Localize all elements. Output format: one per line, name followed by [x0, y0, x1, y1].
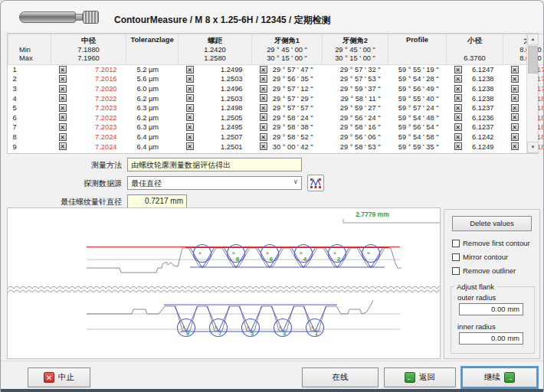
online-button[interactable]: 在线 — [302, 368, 379, 387]
flank-angle-2-value: 29 ° 57 ' 32 " — [323, 65, 388, 75]
checkbox-checked-icon[interactable]: ✕ — [186, 113, 194, 121]
next-button[interactable]: 继续 → — [462, 368, 537, 387]
table-scrollbar[interactable]: ▲ ▼ — [526, 34, 538, 153]
checkbox-checked-icon[interactable]: ✕ — [186, 104, 194, 112]
checkbox-checked-icon[interactable]: ✕ — [186, 66, 194, 74]
checkbox-checked-icon[interactable]: ✕ — [511, 66, 519, 74]
outer-radius-field[interactable]: 0.00 mm — [459, 303, 523, 315]
probe-points-button[interactable] — [307, 175, 324, 191]
measure-point[interactable]: × 5 — [242, 319, 260, 338]
measure-point[interactable]: × 3 — [274, 319, 292, 338]
flank-angle-2-value: 29 ° 56 ' 24 " — [323, 113, 388, 122]
checkbox-checked-icon[interactable]: ✕ — [59, 133, 67, 141]
table-row[interactable]: 2✕7.20165.6 µm✕1.2503✕29 ° 56 ' 35 "29 °… — [8, 74, 544, 84]
checkbox-checked-icon[interactable]: ✕ — [260, 133, 267, 141]
checkbox-checked-icon[interactable]: ✕ — [260, 66, 267, 74]
checkbox-checked-icon[interactable]: ✕ — [260, 123, 267, 131]
checkbox-checked-icon[interactable]: ✕ — [59, 94, 67, 102]
checkbox-label: Remove outliner — [463, 266, 516, 275]
checkbox-checked-icon[interactable]: ✕ — [59, 142, 67, 150]
row-number: 5 — [8, 103, 51, 113]
contour-plot: 2.7779 mm × — [7, 207, 441, 359]
mirror-contour-checkbox[interactable]: Mirror contour — [452, 253, 508, 261]
contour-measure-dialog: ContourMeasure / M 8 x 1.25-6H / 12345 /… — [0, 0, 544, 392]
inner-radius-field[interactable]: 0.00 mm — [459, 332, 523, 345]
checkbox-checked-icon[interactable]: ✕ — [454, 104, 462, 112]
checkbox-checked-icon[interactable]: ✕ — [511, 123, 519, 131]
minor-diameter-value: 6.1247 — [472, 66, 493, 74]
checkbox-checked-icon[interactable]: ✕ — [260, 75, 267, 83]
checkbox-checked-icon[interactable]: ✕ — [186, 94, 194, 102]
scrollbar-thumb[interactable] — [528, 46, 538, 74]
online-label: 在线 — [333, 372, 349, 383]
col-header-pitch: 螺距 1.24201.2580 — [179, 34, 252, 65]
abort-x-icon: ✕ — [44, 372, 54, 383]
tolerance-value: 5.2 µm — [126, 65, 179, 75]
checkbox-checked-icon[interactable]: ✕ — [260, 104, 267, 112]
checkbox-checked-icon[interactable]: ✕ — [260, 113, 267, 121]
delete-values-button[interactable]: Delete values — [452, 216, 532, 231]
checkbox-checked-icon[interactable]: ✕ — [454, 75, 462, 83]
checkbox-checked-icon[interactable]: ✕ — [260, 94, 267, 102]
results-table: MinMax 中径 7.18807.1960 Toleranzlage 螺距 1… — [7, 33, 539, 154]
abort-button[interactable]: ✕ 中止 — [28, 368, 90, 387]
checkbox-checked-icon[interactable]: ✕ — [186, 133, 194, 141]
table-row[interactable]: 4✕7.20226.2 µm✕1.2503✕29 ° 57 ' 29 "29 °… — [8, 93, 544, 103]
scroll-up-icon[interactable]: ▲ — [527, 34, 539, 45]
checkbox-checked-icon[interactable]: ✕ — [59, 113, 67, 121]
checkbox-checked-icon[interactable]: ✕ — [454, 133, 462, 141]
checkbox-checked-icon[interactable]: ✕ — [59, 66, 67, 74]
measure-method-field[interactable]: 由螺纹轮廓测量数据评估得出 — [127, 158, 302, 172]
checkbox-checked-icon[interactable]: ✕ — [511, 104, 519, 112]
data-source-dropdown[interactable]: 最佳直径 ∨ — [127, 176, 302, 190]
flank-angle-1-value: 29 ° 57 ' 57 " — [273, 104, 313, 112]
checkbox-checked-icon[interactable]: ✕ — [260, 85, 267, 93]
checkbox-checked-icon[interactable]: ✕ — [511, 133, 519, 141]
top-contour — [87, 248, 401, 273]
profile-value: 59 ° 55 ' 40 " — [388, 93, 447, 103]
checkbox-checked-icon[interactable]: ✕ — [511, 94, 519, 102]
table-row[interactable]: 5✕7.20236.3 µm✕1.2498✕29 ° 57 ' 57 "29 °… — [8, 103, 544, 113]
abort-label: 中止 — [58, 372, 74, 383]
table-row[interactable]: 7✕7.20236.3 µm✕1.2495✕29 ° 58 ' 38 "29 °… — [8, 122, 544, 132]
table-row[interactable]: 3✕7.20206.0 µm✕1.2496✕29 ° 57 ' 12 "29 °… — [8, 84, 544, 94]
flank-angle-2-value: 29 ° 59 ' 27 " — [323, 103, 388, 113]
remove-outliner-checkbox[interactable]: Remove outliner — [452, 266, 516, 275]
inner-radius-label: inner radius — [457, 322, 496, 331]
table-row[interactable]: 8✕7.20246.4 µm✕1.2507✕29 ° 58 ' 52 "29 °… — [8, 132, 544, 142]
checkbox-checked-icon[interactable]: ✕ — [260, 142, 267, 150]
checkbox-checked-icon[interactable]: ✕ — [511, 85, 519, 93]
back-button[interactable]: ← 返回 — [384, 368, 456, 387]
scroll-down-icon[interactable]: ▼ — [527, 142, 539, 153]
minor-diameter-value: 6.1249 — [472, 143, 493, 151]
checkbox-checked-icon[interactable]: ✕ — [454, 123, 462, 131]
table-row[interactable]: 6✕7.20226.2 µm✕1.2505✕29 ° 58 ' 24 "29 °… — [8, 113, 544, 122]
row-number: 8 — [8, 132, 51, 142]
flank-angle-2-value: 29 ° 59 ' 37 " — [323, 84, 388, 94]
checkbox-checked-icon[interactable]: ✕ — [454, 85, 462, 93]
table-row[interactable]: 1✕7.20125.2 µm✕1.2499✕29 ° 57 ' 47 "29 °… — [8, 65, 544, 75]
checkbox-checked-icon[interactable]: ✕ — [454, 113, 462, 121]
checkbox-checked-icon[interactable]: ✕ — [454, 66, 462, 74]
checkbox-checked-icon[interactable]: ✕ — [59, 123, 67, 131]
checkbox-checked-icon[interactable]: ✕ — [186, 123, 194, 131]
checkbox-checked-icon[interactable]: ✕ — [511, 113, 519, 121]
checkbox-checked-icon[interactable]: ✕ — [186, 142, 194, 150]
checkbox-checked-icon[interactable]: ✕ — [511, 142, 519, 150]
checkbox-unchecked-icon — [452, 253, 460, 261]
measure-point[interactable]: × 7 — [210, 319, 228, 338]
checkbox-checked-icon[interactable]: ✕ — [454, 94, 462, 102]
wire-diameter-field[interactable]: 0.7217 mm — [127, 194, 187, 208]
checkbox-checked-icon[interactable]: ✕ — [454, 142, 462, 150]
checkbox-checked-icon[interactable]: ✕ — [511, 75, 519, 83]
measure-point[interactable]: × 1 — [306, 319, 324, 338]
checkbox-checked-icon[interactable]: ✕ — [59, 75, 67, 83]
remove-first-contour-checkbox[interactable]: Remove first contour — [452, 239, 530, 247]
checkbox-checked-icon[interactable]: ✕ — [59, 85, 67, 93]
table-row[interactable]: 9✕7.20246.4 µm✕1.2501✕30 ° 00 ' 42 "29 °… — [8, 142, 544, 152]
checkbox-checked-icon[interactable]: ✕ — [186, 85, 194, 93]
measure-point[interactable]: × 9 — [178, 319, 195, 338]
pitch-value: 1.2498 — [221, 104, 242, 112]
checkbox-checked-icon[interactable]: ✕ — [186, 75, 194, 83]
checkbox-checked-icon[interactable]: ✕ — [59, 104, 67, 112]
